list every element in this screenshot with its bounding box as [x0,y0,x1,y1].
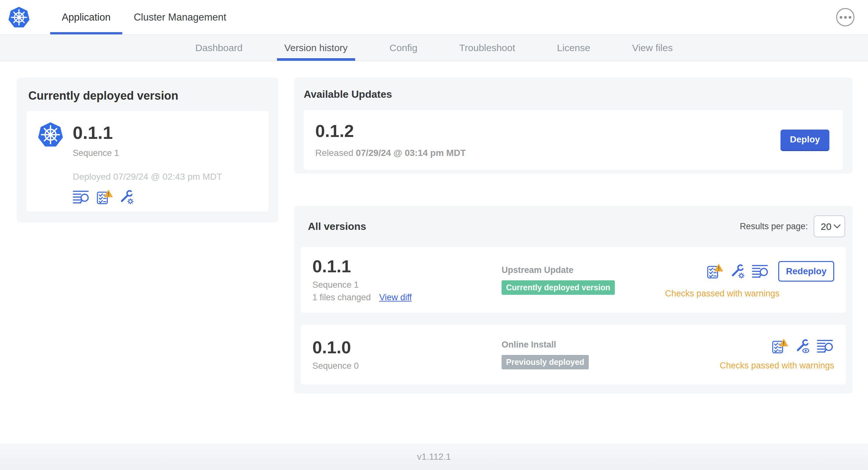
version-number: 0.1.1 [312,258,502,275]
current-version-sequence: Sequence 1 [73,148,222,158]
current-version-column: Currently deployed version 0.1.1 Sequenc… [17,77,278,223]
released-date: 07/29/24 @ 03:14 pm MDT [356,148,466,158]
current-version-panel: Currently deployed version 0.1.1 Sequenc… [17,77,278,223]
ellipsis-icon [840,16,842,19]
version-actions [772,339,834,354]
ellipsis-icon [849,16,851,19]
tab-troubleshoot[interactable]: Troubleshoot [448,35,526,61]
ellipsis-icon [844,16,847,19]
version-actions: Redeploy [707,261,834,281]
view-diff-link[interactable]: View diff [379,293,412,303]
current-version-deployed-timestamp: Deployed 07/29/24 @ 02:43 pm MDT [73,172,222,182]
top-nav: Application Cluster Management [50,0,238,34]
available-update-card: 0.1.2 Released 07/29/24 @ 03:14 pm MDT D… [304,110,843,170]
preflight-checks-warning-icon[interactable] [707,264,723,279]
preflight-checks-warning-icon[interactable] [96,190,113,204]
source-cell: Online Install Previously deployed [502,340,720,369]
redeploy-button[interactable]: Redeploy [778,261,834,281]
current-version-info: 0.1.1 Sequence 1 Deployed 07/29/24 @ 02:… [73,122,222,204]
update-released-timestamp: Released 07/29/24 @ 03:14 pm MDT [315,148,466,158]
preflight-status-text: Checks passed with warnings [720,361,834,371]
deploy-button[interactable]: Deploy [780,130,829,151]
edit-config-icon[interactable] [119,190,134,204]
version-cell: 0.1.1 Sequence 1 1 files changed View di… [312,258,502,303]
deployed-status-badge: Currently deployed version [502,280,615,295]
view-config-icon[interactable] [795,339,810,354]
version-cell: 0.1.0 Sequence 0 [312,338,502,371]
app-subnav: Dashboard Version history Config Trouble… [0,35,868,61]
page-footer: v1.112.1 [0,444,868,470]
console-version: v1.112.1 [417,452,451,462]
kubernetes-logo-icon [8,6,30,28]
actions-cell: Checks passed with warnings [720,339,834,371]
current-version-number: 0.1.1 [73,124,222,142]
current-version-title: Currently deployed version [28,89,269,103]
release-notes-icon[interactable] [752,264,769,279]
results-per-page-label: Results per page: [740,222,808,231]
kubernetes-app-icon [37,122,64,147]
tab-license[interactable]: License [546,35,601,61]
results-per-page-select[interactable]: 20 [814,215,845,237]
all-versions-title: All versions [308,221,366,232]
version-source: Online Install [502,340,720,350]
release-notes-icon[interactable] [817,339,834,354]
results-per-page-select-wrap: 20 [814,215,845,237]
top-header: Application Cluster Management [0,0,868,35]
version-source: Upstream Update [502,265,665,275]
ellipsis-menu-button[interactable] [836,8,855,26]
released-prefix: Released [315,148,353,158]
available-updates-title: Available Updates [304,89,843,100]
current-version-card: 0.1.1 Sequence 1 Deployed 07/29/24 @ 02:… [26,111,269,211]
tab-view-files[interactable]: View files [622,35,683,61]
deployed-status-badge: Previously deployed [502,355,589,369]
preflight-checks-warning-icon[interactable] [772,339,788,354]
tab-dashboard[interactable]: Dashboard [185,35,253,61]
all-versions-header: All versions Results per page: 20 [308,215,845,237]
main-content: Currently deployed version 0.1.1 Sequenc… [0,61,868,444]
available-update-info: 0.1.2 Released 07/29/24 @ 03:14 pm MDT [315,122,466,158]
all-versions-panel: All versions Results per page: 20 [294,206,852,394]
version-history-column: Available Updates 0.1.2 Released 07/29/2… [294,77,852,394]
tab-application[interactable]: Application [50,0,122,34]
tab-config[interactable]: Config [379,35,428,61]
version-sequence: Sequence 0 [312,361,502,371]
source-cell: Upstream Update Currently deployed versi… [502,265,665,295]
version-sequence: Sequence 1 [312,280,502,290]
current-version-actions [73,190,222,204]
files-changed-count: 1 files changed [312,293,371,303]
available-updates-panel: Available Updates 0.1.2 Released 07/29/2… [294,77,852,174]
kots-admin-console: Application Cluster Management Dashboard… [0,0,868,470]
actions-cell: Redeploy Checks passed with warnings [665,261,834,299]
files-changed-line: 1 files changed View diff [312,293,502,303]
version-row-0-1-0: 0.1.0 Sequence 0 Online Install Previous… [301,325,846,384]
preflight-status-text: Checks passed with warnings [665,289,779,299]
tab-version-history[interactable]: Version history [274,35,359,61]
version-row-0-1-1: 0.1.1 Sequence 1 1 files changed View di… [301,247,846,313]
results-per-page: Results per page: 20 [740,215,845,237]
edit-config-icon[interactable] [730,264,745,279]
update-version-number: 0.1.2 [315,122,466,139]
release-notes-icon[interactable] [73,190,90,204]
tab-cluster-management[interactable]: Cluster Management [122,0,238,34]
version-number: 0.1.0 [312,338,502,356]
